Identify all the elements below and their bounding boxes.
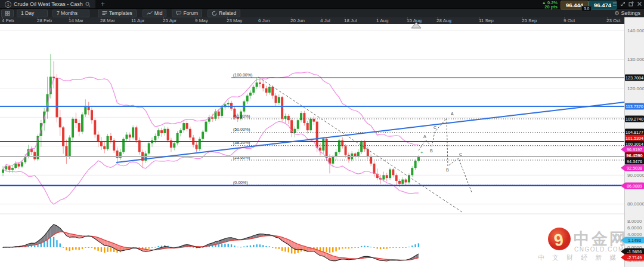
instrument-tab-title: Crude Oil West Texas - Cash [14, 1, 83, 7]
price-gridlines: 140.0000130.0000120.0000110.0000100.0000… [0, 28, 644, 207]
forum-button[interactable]: Forum [172, 10, 202, 17]
quote-panel: ▲ 0.2% 20 pts 96.444 3.0 96.474 [541, 0, 617, 16]
axis-price-tag[interactable]: 96.9197 [621, 146, 644, 153]
svg-text:101.5304: 101.5304 [626, 136, 643, 141]
svg-text:1.1493: 1.1493 [628, 238, 641, 243]
forum-icon [176, 11, 181, 16]
price-tick: 140.0000 [627, 28, 644, 33]
candlesticks [2, 54, 420, 187]
date-tick-label: 6 Jun [258, 18, 270, 23]
projection-letter: B [446, 168, 449, 172]
layout-grid-button[interactable] [1, 10, 14, 17]
date-tick-label: 11 Sep [479, 18, 494, 23]
new-tab-button[interactable]: + [95, 0, 110, 8]
svg-text:92.5038: 92.5038 [627, 165, 642, 171]
svg-text:100.3014: 100.3014 [626, 142, 643, 147]
axis-price-tag[interactable]: 1.1493 [621, 237, 644, 244]
timeline-marker-icon[interactable] [411, 22, 422, 29]
fib-level-label: (100.00%) [233, 73, 252, 78]
date-tick-label: 4 Feb [2, 18, 14, 23]
mid-button[interactable]: Mid [143, 10, 167, 17]
tab-number-badge: 1 [5, 1, 11, 8]
svg-text:96.4590: 96.4590 [626, 153, 642, 158]
instrument-tab[interactable]: 1 Crude Oil West Texas - Cash [0, 0, 95, 8]
grid-icon [5, 11, 10, 16]
date-tick-label: 25 Apr [163, 18, 177, 23]
projection-letter: A [423, 134, 426, 139]
projection-letter: B [430, 149, 433, 153]
date-axis[interactable]: 4 Feb28 Feb14 Mar28 Mar11 Apr25 Apr9 May… [0, 17, 624, 24]
date-tick-label: 1 Aug [376, 18, 388, 23]
watermark-tagline: 中 文 财 经 新 媒 体 [538, 254, 633, 261]
svg-text:-2.7149: -2.7149 [627, 255, 642, 260]
date-tick-label: 23 May [227, 18, 242, 23]
date-tick-label: 9 Oct [564, 18, 575, 23]
close-icon[interactable] [637, 1, 642, 7]
date-tick-label: 4 Jul [320, 18, 330, 23]
fib-level-label: (23.60%) [233, 155, 250, 160]
axis-price-tag[interactable]: 104.8177 [625, 129, 644, 136]
svg-text:86.0889: 86.0889 [627, 183, 642, 189]
svg-text:-1.5656: -1.5656 [627, 249, 642, 254]
range-button[interactable]: 7 Months [52, 10, 89, 17]
last-bar-marker: + [420, 150, 423, 155]
svg-text:96.9197: 96.9197 [627, 147, 642, 152]
watermark-domain: CNGOLD.COM [574, 246, 624, 253]
date-tick-label: 18 Jul [344, 18, 357, 23]
price-tick: 90.0000 [627, 173, 644, 178]
mid-chart-icon [147, 11, 153, 16]
fib-level-label: (61.80%) [233, 114, 250, 119]
search-icon[interactable] [85, 2, 91, 7]
date-tick-label: 28 Mar [100, 18, 115, 23]
price-tick: 120.0000 [627, 86, 644, 91]
related-icon [212, 11, 217, 16]
axis-price-tag[interactable]: 113.7370 [625, 103, 644, 110]
axis-price-tag[interactable]: 101.5304 [625, 135, 644, 142]
cngold-watermark: 9中金网CNGOLD.COM中 文 财 经 新 媒 体 [538, 228, 633, 261]
projection-letter: C [459, 152, 462, 156]
macd-tick: 4.0000 [627, 232, 642, 237]
svg-text:123.7004: 123.7004 [626, 75, 643, 81]
bollinger-bands [3, 72, 419, 204]
axis-price-tag[interactable]: 86.0889 [621, 183, 644, 189]
axis-price-tag[interactable]: 109.2740 [625, 116, 644, 122]
date-tick-label: 25 Sep [522, 18, 537, 23]
menu-icon[interactable] [612, 1, 617, 7]
trading-app-window: { "tab": {"badge":"1","instrument":"Crud… [0, 0, 644, 267]
axis-price-tag[interactable]: 94.3476 [625, 158, 644, 165]
watermark-brand: 中金网 [574, 230, 627, 248]
projection-letter: C [434, 125, 436, 130]
svg-text:113.7370: 113.7370 [626, 104, 643, 109]
price-change: ▲ 0.2% 20 pts [541, 0, 561, 9]
price-tick: 130.0000 [627, 57, 644, 62]
fib-level-label: (50.00%) [233, 127, 250, 132]
popout-icon[interactable] [628, 1, 634, 7]
price-tick: 80.0000 [627, 201, 644, 207]
axis-price-tag[interactable]: -1.5656 [621, 248, 644, 255]
svg-text:104.8177: 104.8177 [626, 130, 643, 135]
expand-icon[interactable] [620, 1, 626, 7]
templates-icon [102, 11, 107, 16]
horizontal-lines [0, 106, 624, 186]
interval-button[interactable]: 1 Day [17, 10, 48, 17]
axis-price-tag[interactable]: 96.4590 [625, 152, 644, 159]
axis-price-tag[interactable]: -2.7149 [621, 254, 644, 261]
macd-tick: 6.0000 [627, 225, 642, 231]
axis-price-tag[interactable]: 92.5038 [621, 165, 644, 171]
macd-indicator [2, 225, 419, 261]
date-tick-label: 20 Jun [290, 18, 305, 23]
templates-button[interactable]: Templates [98, 10, 137, 17]
svg-text:94.3476: 94.3476 [627, 159, 642, 164]
date-tick-label: 14 Mar [69, 18, 83, 23]
date-tick-label: 9 May [195, 18, 208, 23]
related-button[interactable]: Related [208, 10, 240, 17]
settings-button[interactable]: ⚙ Settings [612, 9, 643, 17]
price-chart[interactable]: 140.0000130.0000120.0000110.0000100.0000… [0, 0, 644, 267]
date-tick-label: 28 Aug [436, 18, 451, 23]
projection-letter: A [451, 112, 454, 116]
descending-dashed-trendline [258, 77, 462, 212]
spread-badge: 3.0 [581, 6, 592, 11]
date-tick-label: 11 Apr [131, 18, 145, 23]
fib-level-label: (0.00%) [233, 180, 248, 185]
axis-price-tag[interactable]: 123.7004 [625, 75, 644, 81]
